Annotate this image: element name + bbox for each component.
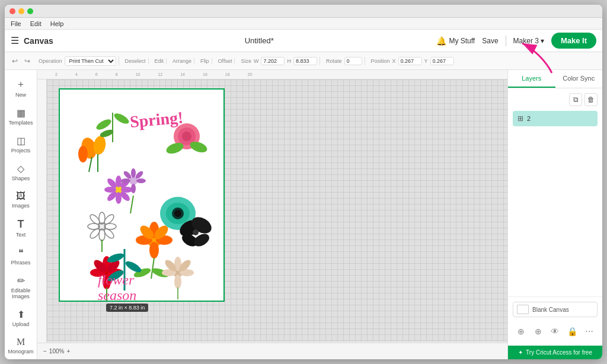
images-icon: 🖼: [16, 191, 25, 202]
maker-label: Maker 3: [513, 37, 539, 45]
edit-group: Edit: [152, 58, 167, 64]
pos-y-input[interactable]: [430, 57, 454, 65]
sidebar-item-templates[interactable]: ▦ Templates: [8, 104, 34, 129]
svg-point-56: [174, 210, 181, 217]
zoom-in-icon[interactable]: +: [66, 348, 70, 355]
menu-file[interactable]: File: [11, 20, 21, 27]
ruler-horizontal: 2 4 6 8 10 12 14 16 18 20: [37, 70, 507, 79]
sidebar-item-projects[interactable]: ◫ Projects: [8, 132, 34, 157]
cricut-access-bar[interactable]: ✦ Try Cricut Access for free: [508, 346, 602, 359]
more-options[interactable]: ⋯: [582, 324, 596, 339]
save-button[interactable]: Save: [482, 37, 498, 45]
title-bar: [5, 5, 602, 18]
duplicate-layer-button[interactable]: ⧉: [569, 93, 582, 106]
panel-tabs: Layers Color Sync: [508, 70, 602, 88]
sidebar-label-images: Images: [12, 203, 30, 209]
operation-select[interactable]: Print Then Cut: [65, 56, 116, 66]
bell-icon: 🔔: [436, 36, 446, 46]
layer-item[interactable]: ⊞ 2: [513, 111, 598, 126]
upload-icon: ⬆: [17, 309, 25, 320]
blank-canvas-button[interactable]: Blank Canvas: [513, 302, 598, 317]
bottom-bar: − 100% +: [37, 343, 507, 359]
visibility-toggle[interactable]: 👁: [548, 324, 562, 339]
edit-button[interactable]: Edit: [155, 58, 164, 64]
canvas-content[interactable]: Spring!: [47, 79, 507, 341]
maker-selector[interactable]: Maker 3 ▾: [513, 37, 544, 45]
main-content: ＋ New ▦ Templates ◫ Projects ◇ Shapes 🖼 …: [5, 70, 602, 359]
menu-help[interactable]: Help: [50, 20, 64, 27]
hamburger-icon[interactable]: ☰: [11, 35, 19, 46]
close-button[interactable]: [9, 8, 15, 14]
offset-group: Offset: [216, 58, 235, 64]
position-label: Position: [371, 58, 390, 64]
svg-text:season: season: [98, 288, 136, 302]
sidebar-item-images[interactable]: 🖼 Images: [8, 187, 34, 212]
flip-group: Flip: [198, 58, 212, 64]
deselect-button[interactable]: Deselect: [125, 58, 146, 64]
offset-button[interactable]: Offset: [218, 58, 232, 64]
svg-point-28: [136, 178, 146, 183]
layer-number: 2: [527, 115, 531, 122]
menu-edit[interactable]: Edit: [30, 20, 41, 27]
canvas-area[interactable]: 2 4 6 8 10 12 14 16 18 20: [37, 70, 507, 359]
canvas-label: Canvas: [24, 36, 53, 46]
deselect-group: Deselect: [123, 58, 149, 64]
panel-action-bar: ⊕ ⊕ 👁 🔒 ⋯: [513, 322, 598, 341]
zoom-out-icon[interactable]: −: [43, 348, 47, 355]
header-center: Untitled*: [87, 36, 432, 45]
sidebar-item-editable[interactable]: ✏ Editable Images: [8, 272, 34, 303]
panel-footer: Blank Canvas ⊕ ⊕ 👁 🔒 ⋯: [508, 296, 602, 346]
delete-layer-button[interactable]: 🗑: [584, 93, 598, 106]
action-btn-1[interactable]: ⊕: [514, 324, 528, 339]
my-stuff-button[interactable]: 🔔 My Stuff: [436, 36, 475, 46]
ruler-vertical: [37, 79, 47, 359]
pos-x-input[interactable]: [398, 57, 422, 65]
size-w-input[interactable]: [261, 57, 285, 65]
sidebar-item-shapes[interactable]: ◇ Shapes: [8, 159, 34, 185]
size-label: Size: [241, 58, 251, 64]
svg-line-4: [89, 157, 92, 172]
arrange-button[interactable]: Arrange: [172, 58, 191, 64]
layers-toolbar: ⧉ 🗑: [513, 93, 598, 106]
tab-color-sync[interactable]: Color Sync: [555, 70, 603, 88]
phrases-icon: ❝: [18, 247, 24, 258]
svg-point-45: [149, 242, 159, 258]
header-left: ☰ Canvas: [11, 35, 82, 46]
new-icon: ＋: [16, 78, 25, 91]
sidebar-item-monogram[interactable]: M Monogram: [8, 333, 34, 358]
size-h-input[interactable]: [293, 57, 317, 65]
action-btn-2[interactable]: ⊕: [531, 324, 545, 339]
sidebar-item-upload[interactable]: ⬆ Upload: [8, 305, 34, 331]
design-canvas[interactable]: Spring!: [59, 88, 225, 302]
make-it-button[interactable]: Make It: [551, 33, 596, 49]
templates-icon: ▦: [17, 107, 25, 119]
redo-button[interactable]: ↪: [22, 56, 33, 66]
rotate-input[interactable]: [344, 57, 362, 65]
flip-button[interactable]: Flip: [200, 58, 209, 64]
svg-text:flower: flower: [98, 272, 135, 288]
svg-point-27: [121, 178, 130, 183]
toolbar: ↩ ↪ Operation Print Then Cut Deselect Ed…: [5, 52, 602, 70]
svg-line-50: [151, 258, 154, 279]
sidebar-item-new[interactable]: ＋ New: [8, 75, 34, 101]
sidebar-label-text: Text: [16, 232, 26, 238]
sidebar-item-phrases[interactable]: ❝ Phrases: [8, 244, 34, 269]
sidebar-label-monogram: Monogram: [8, 349, 33, 355]
svg-point-76: [174, 274, 181, 289]
operation-label: Operation: [39, 58, 62, 64]
rotate-label: Rotate: [326, 58, 342, 64]
undo-button[interactable]: ↩: [9, 56, 20, 66]
svg-point-7: [95, 117, 113, 132]
maximize-button[interactable]: [27, 8, 33, 14]
sidebar-label-phrases: Phrases: [11, 260, 30, 266]
sidebar-item-text[interactable]: T Text: [8, 215, 34, 241]
arrange-group: Arrange: [170, 58, 194, 64]
tab-layers[interactable]: Layers: [508, 70, 555, 88]
position-group: Position X Y: [369, 57, 456, 65]
projects-icon: ◫: [17, 135, 25, 146]
minimize-button[interactable]: [18, 8, 24, 14]
svg-line-31: [130, 196, 133, 213]
lock-toggle[interactable]: 🔒: [565, 324, 579, 339]
svg-point-25: [131, 168, 136, 178]
zoom-level: 100%: [49, 348, 65, 355]
